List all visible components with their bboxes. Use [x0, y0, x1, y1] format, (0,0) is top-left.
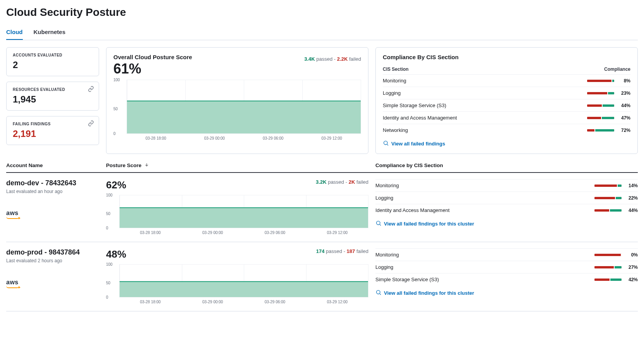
xtick: 03-29 12:00 — [327, 300, 348, 304]
ytick: 0 — [106, 226, 118, 230]
accounts-evaluated-card[interactable]: ACCOUNTS EVALUATED 2 — [6, 47, 99, 76]
compliance-row[interactable]: Identity and Access Management 44% — [375, 204, 638, 216]
resources-value: 1,945 — [13, 94, 92, 105]
compliance-row[interactable]: Monitoring 14% — [375, 179, 638, 191]
ytick: 0 — [113, 132, 126, 136]
overall-score-panel: Overall Cloud Posture Score 61% 3.4K pas… — [106, 47, 368, 154]
xtick: 03-29 12:00 — [327, 231, 348, 235]
overall-failed-n: 2.2K — [337, 56, 348, 62]
compliance-row[interactable]: Monitoring 0% — [375, 248, 638, 261]
compliance-pct: 22% — [625, 195, 638, 201]
compliance-pct: 23% — [617, 91, 630, 96]
failing-value: 2,191 — [13, 128, 92, 139]
th-account-name[interactable]: Account Name — [6, 162, 99, 168]
compliance-row-name: Monitoring — [375, 252, 399, 258]
compliance-row-name: Identity and Access Management — [375, 207, 450, 213]
account-compliance-cell: Monitoring 0% Logging 27% Simple Storage… — [375, 248, 638, 304]
account-name[interactable]: demo-dev - 78432643 — [6, 179, 99, 187]
compliance-pct: 14% — [625, 183, 638, 188]
xtick: 03-29 00:00 — [202, 231, 223, 235]
failing-label: FAILING FINDINGS — [13, 122, 92, 126]
aws-logo-icon: aws — [6, 279, 99, 288]
xtick: 03-29 06:00 — [265, 300, 285, 304]
compliance-bar — [594, 185, 622, 187]
compliance-bar — [587, 80, 614, 82]
ytick: 100 — [106, 262, 118, 267]
ytick: 0 — [106, 295, 118, 299]
chart-line — [120, 207, 368, 208]
ytick: 50 — [106, 281, 118, 285]
tab-kubernetes[interactable]: Kubernetes — [34, 26, 66, 40]
compliance-bar — [594, 209, 622, 212]
overall-failed-label: failed — [349, 56, 361, 62]
account-name[interactable]: demo-prod - 98437864 — [6, 248, 99, 256]
view-all-failed-cluster-link[interactable]: View all failed findings for this cluste… — [375, 220, 638, 227]
view-all-label: View all failed findings — [391, 141, 445, 147]
svg-point-2 — [377, 290, 380, 294]
compliance-row-name: Logging — [375, 195, 393, 201]
chart-area — [120, 282, 368, 297]
compliance-row-name: Simple Storage Service (S3) — [383, 103, 446, 108]
compliance-pct: 47% — [617, 115, 630, 121]
compliance-row-name: Simple Storage Service (S3) — [375, 277, 439, 282]
overall-passed-label: passed — [316, 56, 332, 62]
compliance-row[interactable]: Simple Storage Service (S3) 42% — [375, 273, 638, 285]
ytick: 50 — [113, 107, 126, 111]
account-summary: 174 passed - 187 failed — [316, 248, 368, 254]
tab-cloud[interactable]: Cloud — [6, 26, 23, 40]
compliance-title: Compliance By CIS Section — [383, 54, 630, 60]
view-all-label: View all failed findings for this cluste… — [384, 290, 474, 296]
account-evaluated: Last evaluated 2 hours ago — [6, 258, 99, 263]
overall-passed-n: 3.4K — [304, 56, 315, 62]
compliance-row[interactable]: Logging 22% — [375, 191, 638, 204]
compliance-row[interactable]: Networking 72% — [383, 124, 630, 136]
overall-summary: 3.4K passed - 2.2K failed — [304, 56, 361, 62]
xtick: 03-29 06:00 — [265, 231, 285, 235]
account-chart: 100 50 0 03-28 18:00 03-29 00:00 03-29 0… — [106, 195, 368, 235]
overall-percent: 61% — [113, 62, 192, 76]
th-posture-score[interactable]: Posture Score — [106, 162, 368, 168]
compliance-row-name: Networking — [383, 127, 408, 133]
compliance-pct: 72% — [617, 128, 630, 133]
account-score-cell: 62% 3.2K passed - 2K failed 100 50 0 — [106, 179, 368, 235]
account-score-cell: 48% 174 passed - 187 failed 100 50 0 — [106, 248, 368, 304]
link-icon — [88, 86, 94, 93]
overall-chart: 100 50 0 03-28 18:00 03-29 00:00 03-29 0… — [113, 80, 361, 140]
view-all-failed-cluster-link[interactable]: View all failed findings for this cluste… — [375, 289, 638, 297]
compliance-row-name: Logging — [375, 264, 393, 270]
compliance-row[interactable]: Identity and Access Management 47% — [383, 111, 630, 124]
ytick: 50 — [106, 212, 118, 216]
th-posture-label: Posture Score — [106, 162, 142, 168]
view-all-label: View all failed findings for this cluste… — [384, 221, 474, 227]
compliance-panel: Compliance By CIS Section CIS Section Co… — [375, 47, 638, 154]
account-cell: demo-prod - 98437864 Last evaluated 2 ho… — [6, 248, 99, 304]
compliance-col1: CIS Section — [383, 67, 409, 72]
stats-column: ACCOUNTS EVALUATED 2 RESOURCES EVALUATED… — [6, 47, 99, 154]
th-compliance[interactable]: Compliance by CIS Section — [375, 162, 638, 168]
compliance-row[interactable]: Monitoring 8% — [383, 74, 630, 87]
compliance-pct: 42% — [625, 277, 638, 282]
view-all-failed-link[interactable]: View all failed findings — [383, 140, 630, 147]
xtick: 03-29 06:00 — [263, 136, 283, 140]
account-cell: demo-dev - 78432643 Last evaluated an ho… — [6, 179, 99, 235]
chart-area — [127, 101, 361, 133]
compliance-row[interactable]: Logging 23% — [383, 87, 630, 99]
accounts-value: 2 — [13, 60, 92, 70]
xtick: 03-29 00:00 — [202, 300, 223, 304]
compliance-pct: 0% — [625, 252, 638, 258]
compliance-bar — [594, 266, 622, 268]
magnify-icon — [375, 220, 382, 227]
chart-area — [120, 208, 368, 228]
resources-evaluated-card[interactable]: RESOURCES EVALUATED 1,945 — [6, 82, 99, 111]
compliance-pct: 44% — [617, 103, 630, 108]
xtick: 03-28 18:00 — [140, 300, 161, 304]
compliance-row[interactable]: Simple Storage Service (S3) 44% — [383, 99, 630, 111]
compliance-rows: Monitoring 8% Logging 23% Simple Storage… — [383, 74, 630, 136]
compliance-row[interactable]: Logging 27% — [375, 261, 638, 273]
compliance-bar — [587, 129, 614, 132]
account-score: 48% — [106, 248, 126, 260]
compliance-pct: 44% — [625, 208, 638, 213]
overall-title: Overall Cloud Posture Score — [113, 54, 192, 60]
failing-findings-card[interactable]: FAILING FINDINGS 2,191 — [6, 116, 99, 145]
account-row: demo-prod - 98437864 Last evaluated 2 ho… — [6, 242, 638, 311]
